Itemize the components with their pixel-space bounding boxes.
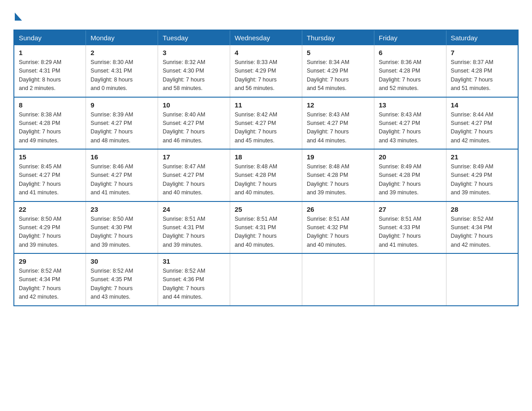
calendar-cell xyxy=(302,253,374,306)
day-number: 2 xyxy=(90,49,153,56)
calendar-header-row: SundayMondayTuesdayWednesdayThursdayFrid… xyxy=(14,30,518,45)
day-info: Sunrise: 8:46 AM Sunset: 4:27 PM Dayligh… xyxy=(90,163,153,197)
day-info: Sunrise: 8:51 AM Sunset: 4:31 PM Dayligh… xyxy=(163,215,225,250)
calendar-cell: 19Sunrise: 8:48 AM Sunset: 4:28 PM Dayli… xyxy=(302,149,374,201)
calendar-week-row: 15Sunrise: 8:45 AM Sunset: 4:27 PM Dayli… xyxy=(14,149,518,201)
weekday-header-friday: Friday xyxy=(374,30,446,45)
day-number: 27 xyxy=(379,206,442,213)
calendar-cell: 31Sunrise: 8:52 AM Sunset: 4:36 PM Dayli… xyxy=(158,253,230,306)
weekday-header-thursday: Thursday xyxy=(302,30,374,45)
calendar-cell: 11Sunrise: 8:42 AM Sunset: 4:27 PM Dayli… xyxy=(230,97,302,150)
day-info: Sunrise: 8:52 AM Sunset: 4:35 PM Dayligh… xyxy=(90,267,153,302)
day-number: 13 xyxy=(379,101,442,109)
calendar-cell: 27Sunrise: 8:51 AM Sunset: 4:33 PM Dayli… xyxy=(374,201,446,254)
day-number: 4 xyxy=(235,49,297,56)
day-info: Sunrise: 8:40 AM Sunset: 4:27 PM Dayligh… xyxy=(163,111,225,146)
weekday-header-monday: Monday xyxy=(86,30,158,45)
calendar-week-row: 29Sunrise: 8:52 AM Sunset: 4:34 PM Dayli… xyxy=(14,253,518,306)
calendar-cell: 16Sunrise: 8:46 AM Sunset: 4:27 PM Dayli… xyxy=(86,149,158,201)
day-number: 11 xyxy=(235,101,297,109)
day-number: 31 xyxy=(163,257,225,265)
day-info: Sunrise: 8:42 AM Sunset: 4:27 PM Dayligh… xyxy=(235,111,297,146)
page-header xyxy=(13,9,519,21)
day-number: 22 xyxy=(19,206,81,213)
calendar-cell: 20Sunrise: 8:49 AM Sunset: 4:28 PM Dayli… xyxy=(374,149,446,201)
day-info: Sunrise: 8:49 AM Sunset: 4:28 PM Dayligh… xyxy=(379,163,442,197)
day-info: Sunrise: 8:51 AM Sunset: 4:31 PM Dayligh… xyxy=(235,215,297,250)
calendar-cell: 28Sunrise: 8:52 AM Sunset: 4:34 PM Dayli… xyxy=(446,201,518,254)
day-number: 16 xyxy=(90,153,153,161)
calendar-cell: 18Sunrise: 8:48 AM Sunset: 4:28 PM Dayli… xyxy=(230,149,302,201)
day-number: 29 xyxy=(19,257,81,265)
calendar-cell: 5Sunrise: 8:34 AM Sunset: 4:29 PM Daylig… xyxy=(302,45,374,97)
logo xyxy=(13,9,22,21)
day-number: 9 xyxy=(90,101,153,109)
day-info: Sunrise: 8:52 AM Sunset: 4:36 PM Dayligh… xyxy=(163,267,225,302)
day-number: 17 xyxy=(163,153,225,161)
calendar-cell xyxy=(374,253,446,306)
day-info: Sunrise: 8:37 AM Sunset: 4:28 PM Dayligh… xyxy=(451,58,513,93)
day-number: 18 xyxy=(235,153,297,161)
calendar-cell: 29Sunrise: 8:52 AM Sunset: 4:34 PM Dayli… xyxy=(14,253,86,306)
calendar-cell: 26Sunrise: 8:51 AM Sunset: 4:32 PM Dayli… xyxy=(302,201,374,254)
day-number: 26 xyxy=(307,206,369,213)
calendar-cell: 24Sunrise: 8:51 AM Sunset: 4:31 PM Dayli… xyxy=(158,201,230,254)
day-number: 5 xyxy=(307,49,369,56)
day-info: Sunrise: 8:32 AM Sunset: 4:30 PM Dayligh… xyxy=(163,58,225,93)
day-info: Sunrise: 8:44 AM Sunset: 4:27 PM Dayligh… xyxy=(451,111,513,146)
calendar-cell: 30Sunrise: 8:52 AM Sunset: 4:35 PM Dayli… xyxy=(86,253,158,306)
day-info: Sunrise: 8:33 AM Sunset: 4:29 PM Dayligh… xyxy=(235,58,297,93)
day-number: 8 xyxy=(19,101,81,109)
calendar-cell: 7Sunrise: 8:37 AM Sunset: 4:28 PM Daylig… xyxy=(446,45,518,97)
calendar-cell: 14Sunrise: 8:44 AM Sunset: 4:27 PM Dayli… xyxy=(446,97,518,150)
day-number: 3 xyxy=(163,49,225,56)
day-number: 14 xyxy=(451,101,513,109)
calendar-cell: 13Sunrise: 8:43 AM Sunset: 4:27 PM Dayli… xyxy=(374,97,446,150)
calendar-cell: 1Sunrise: 8:29 AM Sunset: 4:31 PM Daylig… xyxy=(14,45,86,97)
day-number: 28 xyxy=(451,206,513,213)
day-info: Sunrise: 8:45 AM Sunset: 4:27 PM Dayligh… xyxy=(19,163,81,197)
day-info: Sunrise: 8:47 AM Sunset: 4:27 PM Dayligh… xyxy=(163,163,225,197)
day-number: 6 xyxy=(379,49,442,56)
day-info: Sunrise: 8:36 AM Sunset: 4:28 PM Dayligh… xyxy=(379,58,442,93)
day-info: Sunrise: 8:50 AM Sunset: 4:29 PM Dayligh… xyxy=(19,215,81,250)
calendar-cell: 25Sunrise: 8:51 AM Sunset: 4:31 PM Dayli… xyxy=(230,201,302,254)
calendar-cell: 9Sunrise: 8:39 AM Sunset: 4:27 PM Daylig… xyxy=(86,97,158,150)
day-info: Sunrise: 8:43 AM Sunset: 4:27 PM Dayligh… xyxy=(307,111,369,146)
calendar-cell: 12Sunrise: 8:43 AM Sunset: 4:27 PM Dayli… xyxy=(302,97,374,150)
day-info: Sunrise: 8:43 AM Sunset: 4:27 PM Dayligh… xyxy=(379,111,442,146)
day-number: 30 xyxy=(90,257,153,265)
calendar-cell xyxy=(446,253,518,306)
day-info: Sunrise: 8:49 AM Sunset: 4:29 PM Dayligh… xyxy=(451,163,513,197)
weekday-header-sunday: Sunday xyxy=(14,30,86,45)
day-info: Sunrise: 8:48 AM Sunset: 4:28 PM Dayligh… xyxy=(235,163,297,197)
day-info: Sunrise: 8:51 AM Sunset: 4:33 PM Dayligh… xyxy=(379,215,442,250)
day-info: Sunrise: 8:50 AM Sunset: 4:30 PM Dayligh… xyxy=(90,215,153,250)
weekday-header-saturday: Saturday xyxy=(446,30,518,45)
day-number: 15 xyxy=(19,153,81,161)
day-info: Sunrise: 8:29 AM Sunset: 4:31 PM Dayligh… xyxy=(19,58,81,93)
calendar-cell xyxy=(230,253,302,306)
calendar-cell: 21Sunrise: 8:49 AM Sunset: 4:29 PM Dayli… xyxy=(446,149,518,201)
day-info: Sunrise: 8:52 AM Sunset: 4:34 PM Dayligh… xyxy=(451,215,513,250)
day-number: 25 xyxy=(235,206,297,213)
day-number: 1 xyxy=(19,49,81,56)
calendar-cell: 15Sunrise: 8:45 AM Sunset: 4:27 PM Dayli… xyxy=(14,149,86,201)
day-info: Sunrise: 8:48 AM Sunset: 4:28 PM Dayligh… xyxy=(307,163,369,197)
day-number: 24 xyxy=(163,206,225,213)
calendar-cell: 8Sunrise: 8:38 AM Sunset: 4:28 PM Daylig… xyxy=(14,97,86,150)
calendar-cell: 3Sunrise: 8:32 AM Sunset: 4:30 PM Daylig… xyxy=(158,45,230,97)
calendar-table: SundayMondayTuesdayWednesdayThursdayFrid… xyxy=(13,30,519,306)
calendar-cell: 10Sunrise: 8:40 AM Sunset: 4:27 PM Dayli… xyxy=(158,97,230,150)
day-number: 20 xyxy=(379,153,442,161)
day-number: 19 xyxy=(307,153,369,161)
day-info: Sunrise: 8:30 AM Sunset: 4:31 PM Dayligh… xyxy=(90,58,153,93)
day-number: 23 xyxy=(90,206,153,213)
day-number: 7 xyxy=(451,49,513,56)
calendar-week-row: 22Sunrise: 8:50 AM Sunset: 4:29 PM Dayli… xyxy=(14,201,518,254)
day-info: Sunrise: 8:38 AM Sunset: 4:28 PM Dayligh… xyxy=(19,111,81,146)
weekday-header-wednesday: Wednesday xyxy=(230,30,302,45)
calendar-week-row: 8Sunrise: 8:38 AM Sunset: 4:28 PM Daylig… xyxy=(14,97,518,150)
day-number: 12 xyxy=(307,101,369,109)
calendar-cell: 2Sunrise: 8:30 AM Sunset: 4:31 PM Daylig… xyxy=(86,45,158,97)
